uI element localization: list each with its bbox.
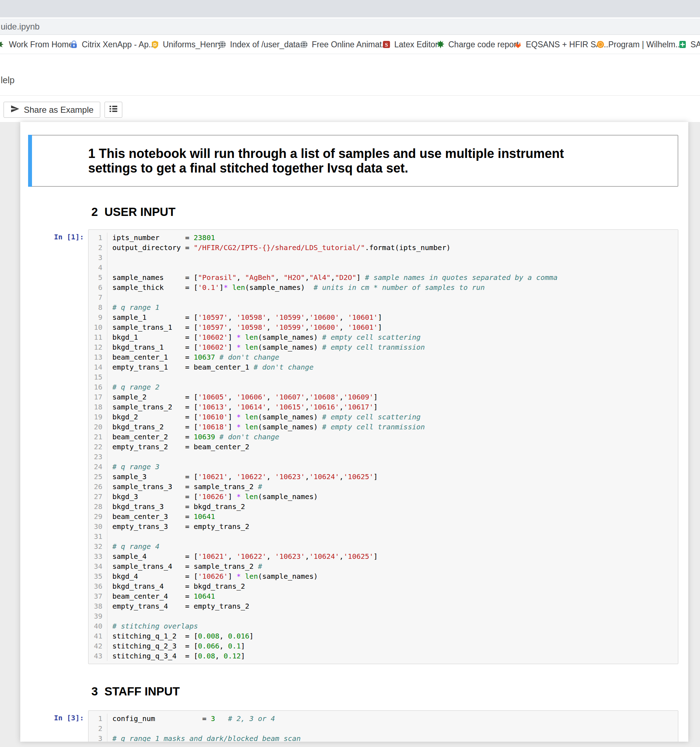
line-number: 7 bbox=[89, 292, 107, 302]
code-line[interactable]: 2output_directory = "/HFIR/CG2/IPTS-{}/s… bbox=[89, 243, 678, 253]
code-line[interactable]: 30empty_trans_3 = empty_trans_2 bbox=[89, 522, 678, 531]
code-line[interactable]: 6sample_thick = ['0.1']* len(sample_name… bbox=[89, 283, 678, 292]
section-heading-staff-input: 3 STAFF INPUT bbox=[91, 685, 678, 698]
code-line[interactable]: 2 bbox=[89, 724, 678, 733]
code-editor[interactable]: 1config_num = 3 # 2, 3 or 42 3# q range … bbox=[88, 710, 678, 742]
code-line[interactable]: 23 bbox=[89, 452, 678, 462]
share-as-example-button[interactable]: Share as Example bbox=[3, 102, 100, 118]
code-line[interactable]: 18sample_trans_2 = ['10613', '10614', '1… bbox=[89, 402, 678, 412]
line-number: 23 bbox=[89, 452, 107, 462]
code-line[interactable]: 27bkgd_3 = ['10626'] * len(sample_names) bbox=[89, 491, 678, 502]
line-number: 13 bbox=[89, 352, 107, 362]
code-line[interactable]: 3# q range 1 masks and dark/blocked beam… bbox=[89, 733, 678, 742]
code-text: bkgd_2 = ['10610'] * len(sample_names) #… bbox=[107, 412, 678, 422]
code-line[interactable]: 11bkgd_1 = ['10602'] * len(sample_names)… bbox=[89, 332, 678, 342]
code-line[interactable]: 31 bbox=[89, 531, 678, 541]
line-number: 27 bbox=[89, 491, 107, 502]
code-line[interactable]: 34sample_trans_4 = sample_trans_2 # bbox=[89, 561, 678, 571]
code-line[interactable]: 40# stitching overlaps bbox=[89, 621, 678, 631]
code-line[interactable]: 24# q range 3 bbox=[89, 462, 678, 472]
code-text: empty_trans_3 = empty_trans_2 bbox=[107, 522, 678, 531]
code-line[interactable]: 26sample_trans_3 = sample_trans_2 # bbox=[89, 482, 678, 491]
selected-cell-indicator bbox=[28, 135, 32, 187]
toc-button[interactable] bbox=[104, 102, 122, 118]
code-text: # q range 4 bbox=[107, 541, 678, 551]
code-line[interactable]: 9sample_1 = ['10597', '10598', '10599','… bbox=[89, 312, 678, 322]
code-text: # q range 2 bbox=[107, 382, 678, 392]
menu-help[interactable]: lelp bbox=[1, 75, 15, 85]
code-text: sample_thick = ['0.1']* len(sample_names… bbox=[107, 283, 678, 292]
code-cell-staff-input: In [3]: 1config_num = 3 # 2, 3 or 42 3# … bbox=[28, 710, 678, 742]
code-line[interactable]: 3 bbox=[89, 253, 678, 263]
code-line[interactable]: 25sample_3 = ['10621', '10622', '10623',… bbox=[89, 472, 678, 482]
code-line[interactable]: 12bkgd_trans_1 = ['10602'] * len(sample_… bbox=[89, 342, 678, 352]
notebook-scroll-area: 1 This notebook will run through a list … bbox=[0, 122, 700, 746]
code-line[interactable]: 32# q range 4 bbox=[89, 541, 678, 551]
bookmark-item[interactable]: DUniforms_Henry bbox=[151, 35, 222, 54]
line-number: 39 bbox=[89, 611, 107, 621]
bookmark-item[interactable]: Index of /user_data... bbox=[218, 35, 307, 54]
code-line[interactable]: 10sample_trans_1 = ['10597', '10598', '1… bbox=[89, 322, 678, 332]
code-text: stitching_q_1_2 = [0.008, 0.016] bbox=[107, 631, 678, 641]
code-text: # q range 3 bbox=[107, 462, 678, 472]
code-line[interactable]: 33sample_4 = ['10621', '10622', '10623',… bbox=[89, 551, 678, 561]
code-line[interactable]: 17sample_2 = ['10605', '10606', '10607',… bbox=[89, 392, 678, 402]
code-text: bkgd_3 = ['10626'] * len(sample_names) bbox=[107, 491, 678, 502]
code-line[interactable]: 19bkgd_2 = ['10610'] * len(sample_names)… bbox=[89, 412, 678, 422]
code-line[interactable]: 16# q range 2 bbox=[89, 382, 678, 392]
lock-icon bbox=[70, 40, 78, 49]
plant-icon bbox=[0, 40, 5, 49]
code-line[interactable]: 8# q range 1 bbox=[89, 302, 678, 312]
code-line[interactable]: 37beam_center_4 = 10641 bbox=[89, 591, 678, 601]
code-text bbox=[107, 531, 678, 541]
code-line[interactable]: 38empty_trans_4 = empty_trans_2 bbox=[89, 601, 678, 611]
code-text bbox=[107, 724, 678, 733]
code-editor[interactable]: 1ipts_number = 238012output_directory = … bbox=[88, 230, 678, 664]
markdown-cell-title[interactable]: 1 This notebook will run through a list … bbox=[28, 135, 678, 187]
line-number: 42 bbox=[89, 641, 107, 651]
code-line[interactable]: 14empty_trans_1 = beam_center_1 # don't … bbox=[89, 362, 678, 372]
code-line[interactable]: 28bkgd_trans_3 = bkgd_trans_2 bbox=[89, 502, 678, 511]
bookmark-item[interactable]: Charge code report bbox=[436, 35, 519, 54]
code-text: bkgd_1 = ['10602'] * len(sample_names) #… bbox=[107, 332, 678, 342]
svg-text:S: S bbox=[385, 42, 388, 48]
code-line[interactable]: 42stitching_q_2_3 = [0.066, 0.1] bbox=[89, 641, 678, 651]
code-line[interactable]: 15 bbox=[89, 372, 678, 382]
line-number: 8 bbox=[89, 302, 107, 312]
code-line[interactable]: 43stitching_q_3_4 = [0.08, 0.12] bbox=[89, 651, 678, 661]
line-number: 35 bbox=[89, 571, 107, 581]
code-line[interactable]: 39 bbox=[89, 611, 678, 621]
line-number: 5 bbox=[89, 272, 107, 283]
code-line[interactable]: 29beam_center_3 = 10641 bbox=[89, 511, 678, 522]
section-heading-user-input: 2 USER INPUT bbox=[91, 205, 678, 219]
code-line[interactable]: 13beam_center_1 = 10637 # don't change bbox=[89, 352, 678, 362]
code-line[interactable]: 5sample_names = ["Porasil", "AgBeh", "H2… bbox=[89, 272, 678, 283]
bookmark-item[interactable]: Free Online Animat... bbox=[300, 35, 389, 54]
toc-list-icon bbox=[109, 104, 118, 116]
code-line[interactable]: 7 bbox=[89, 292, 678, 302]
code-line[interactable]: 4 bbox=[89, 263, 678, 272]
bookmark-item[interactable]: Program | Wilhelm... bbox=[596, 35, 682, 54]
code-line[interactable]: 20bkgd_trans_2 = ['10618'] * len(sample_… bbox=[89, 422, 678, 432]
code-line[interactable]: 35bkgd_4 = ['10626'] * len(sample_names) bbox=[89, 571, 678, 581]
code-text: sample_3 = ['10621', '10622', '10623','1… bbox=[107, 472, 678, 482]
bookmark-item[interactable]: SAN bbox=[678, 35, 700, 54]
code-line[interactable]: 36bkgd_trans_4 = bkgd_trans_2 bbox=[89, 581, 678, 591]
code-line[interactable]: 41stitching_q_1_2 = [0.008, 0.016] bbox=[89, 631, 678, 641]
bookmark-item[interactable]: EQSANS + HFIR SA... bbox=[514, 35, 608, 54]
code-text: bkgd_trans_4 = bkgd_trans_2 bbox=[107, 581, 678, 591]
code-line[interactable]: 22empty_trans_2 = beam_center_2 bbox=[89, 442, 678, 452]
line-number: 38 bbox=[89, 601, 107, 611]
bookmark-item[interactable]: Work From Home bbox=[0, 35, 73, 54]
notebook-menubar: lelp bbox=[0, 54, 700, 96]
line-number: 43 bbox=[89, 651, 107, 661]
code-line[interactable]: 1ipts_number = 23801 bbox=[89, 233, 678, 243]
bookmark-item[interactable]: SLatex Editor bbox=[382, 35, 438, 54]
notebook-document: 1 This notebook will run through a list … bbox=[20, 122, 688, 742]
bookmark-label: Charge code report bbox=[448, 40, 519, 50]
bookmark-item[interactable]: Citrix XenApp - Ap... bbox=[70, 35, 155, 54]
browser-tab-title[interactable]: uide.ipynb bbox=[1, 22, 39, 32]
line-number: 9 bbox=[89, 312, 107, 322]
code-line[interactable]: 21beam_center_2 = 10639 # don't change bbox=[89, 432, 678, 442]
code-line[interactable]: 1config_num = 3 # 2, 3 or 4 bbox=[89, 714, 678, 724]
